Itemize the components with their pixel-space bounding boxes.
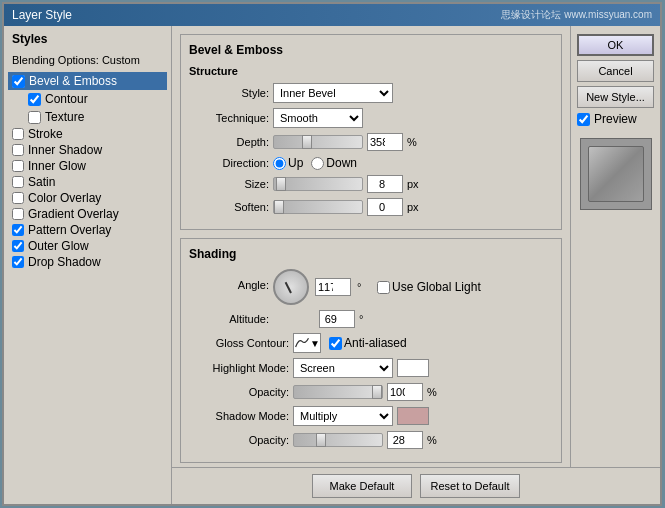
gloss-contour-picker[interactable]: ▼ [293,333,321,353]
titlebar-right: 思缘设计论坛 www.missyuan.com [501,8,652,22]
use-global-light-option[interactable]: Use Global Light [377,280,481,294]
sidebar-label-pattern-overlay: Pattern Overlay [28,223,111,237]
layer-style-dialog: Layer Style 思缘设计论坛 www.missyuan.com Styl… [2,2,662,506]
direction-down-option[interactable]: Down [311,156,357,170]
direction-down-radio[interactable] [311,157,324,170]
size-slider[interactable] [273,177,363,191]
shadow-mode-label: Shadow Mode: [189,410,289,422]
stroke-checkbox[interactable] [12,128,24,140]
shadow-opacity-label: Opacity: [189,434,289,446]
contour-checkbox[interactable] [28,93,41,106]
sidebar-label-inner-shadow: Inner Shadow [28,143,102,157]
highlight-color-swatch[interactable] [397,359,429,377]
direction-down-label: Down [326,156,357,170]
highlight-opacity-label: Opacity: [189,386,289,398]
highlight-mode-select[interactable]: Screen Normal Multiply [293,358,393,378]
altitude-input[interactable] [319,310,355,328]
ok-button[interactable]: OK [577,34,654,56]
titlebar: Layer Style 思缘设计论坛 www.missyuan.com [4,4,660,26]
shading-title: Shading [189,247,553,261]
anti-aliased-label: Anti-aliased [344,336,407,350]
bevel-emboss-title: Bevel & Emboss [189,43,553,57]
new-style-button[interactable]: New Style... [577,86,654,108]
pattern-overlay-checkbox[interactable] [12,224,24,236]
sidebar-item-satin[interactable]: Satin [8,174,167,190]
direction-radio-group: Up Down [273,156,357,170]
direction-label: Direction: [189,157,269,169]
drop-shadow-checkbox[interactable] [12,256,24,268]
sidebar-label-outer-glow: Outer Glow [28,239,89,253]
angle-label: Angle: [189,269,269,291]
depth-slider[interactable] [273,135,363,149]
direction-up-option[interactable]: Up [273,156,303,170]
sidebar: Styles Blending Options: Custom Bevel & … [4,26,172,504]
sidebar-label-gradient-overlay: Gradient Overlay [28,207,119,221]
angle-dial[interactable] [273,269,309,305]
highlight-opacity-slider[interactable] [293,385,383,399]
shadow-opacity-input[interactable] [387,431,423,449]
size-unit: px [407,178,421,190]
sidebar-item-inner-glow[interactable]: Inner Glow [8,158,167,174]
technique-label: Technique: [189,112,269,124]
color-overlay-checkbox[interactable] [12,192,24,204]
soften-input[interactable] [367,198,403,216]
shadow-opacity-slider[interactable] [293,433,383,447]
shadow-mode-select[interactable]: Multiply Normal Screen [293,406,393,426]
shadow-color-swatch[interactable] [397,407,429,425]
bevel-emboss-checkbox[interactable] [12,75,25,88]
texture-checkbox[interactable] [28,111,41,124]
preview-inner [588,146,644,202]
highlight-opacity-input[interactable] [387,383,423,401]
soften-slider[interactable] [273,200,363,214]
sidebar-item-outer-glow[interactable]: Outer Glow [8,238,167,254]
sidebar-label-contour: Contour [45,92,88,106]
direction-row: Direction: Up Down [189,156,553,170]
outer-glow-checkbox[interactable] [12,240,24,252]
sidebar-item-contour[interactable]: Contour [8,90,167,108]
preview-toggle[interactable]: Preview [577,112,654,126]
inner-glow-checkbox[interactable] [12,160,24,172]
anti-aliased-option[interactable]: Anti-aliased [329,336,407,350]
use-global-light-checkbox[interactable] [377,281,390,294]
shadow-opacity-unit: % [427,434,441,446]
sidebar-item-stroke[interactable]: Stroke [8,126,167,142]
angle-row: Angle: ° Use [189,269,553,305]
make-default-button[interactable]: Make Default [312,474,412,498]
gradient-overlay-checkbox[interactable] [12,208,24,220]
sidebar-item-drop-shadow[interactable]: Drop Shadow [8,254,167,270]
shading-section: Shading Angle: ° [180,238,562,463]
depth-input[interactable] [367,133,403,151]
highlight-mode-row: Highlight Mode: Screen Normal Multiply [189,358,553,378]
preview-checkbox[interactable] [577,113,590,126]
sidebar-item-texture[interactable]: Texture [8,108,167,126]
highlight-opacity-row: Opacity: % [189,383,553,401]
sidebar-item-bevel-emboss[interactable]: Bevel & Emboss [8,72,167,90]
size-row: Size: px [189,175,553,193]
sidebar-label-satin: Satin [28,175,55,189]
sidebar-label-inner-glow: Inner Glow [28,159,86,173]
blending-options-label: Blending Options: Custom [8,52,167,68]
inner-shadow-checkbox[interactable] [12,144,24,156]
satin-checkbox[interactable] [12,176,24,188]
angle-input[interactable] [315,278,351,296]
size-label: Size: [189,178,269,190]
depth-unit: % [407,136,421,148]
direction-up-radio[interactable] [273,157,286,170]
preview-label-text: Preview [594,112,637,126]
cancel-button[interactable]: Cancel [577,60,654,82]
size-input[interactable] [367,175,403,193]
technique-select[interactable]: Smooth Chisel Hard Chisel Soft [273,108,363,128]
style-label: Style: [189,87,269,99]
sidebar-item-gradient-overlay[interactable]: Gradient Overlay [8,206,167,222]
style-select[interactable]: Inner Bevel Outer Bevel Emboss [273,83,393,103]
buttons-panel: OK Cancel New Style... Preview [570,26,660,467]
sidebar-item-pattern-overlay[interactable]: Pattern Overlay [8,222,167,238]
sidebar-item-inner-shadow[interactable]: Inner Shadow [8,142,167,158]
reset-to-default-button[interactable]: Reset to Default [420,474,520,498]
shadow-opacity-row: Opacity: % [189,431,553,449]
sidebar-item-color-overlay[interactable]: Color Overlay [8,190,167,206]
anti-aliased-checkbox[interactable] [329,337,342,350]
altitude-unit: ° [359,313,373,325]
preview-thumbnail [580,138,652,210]
sidebar-label-stroke: Stroke [28,127,63,141]
